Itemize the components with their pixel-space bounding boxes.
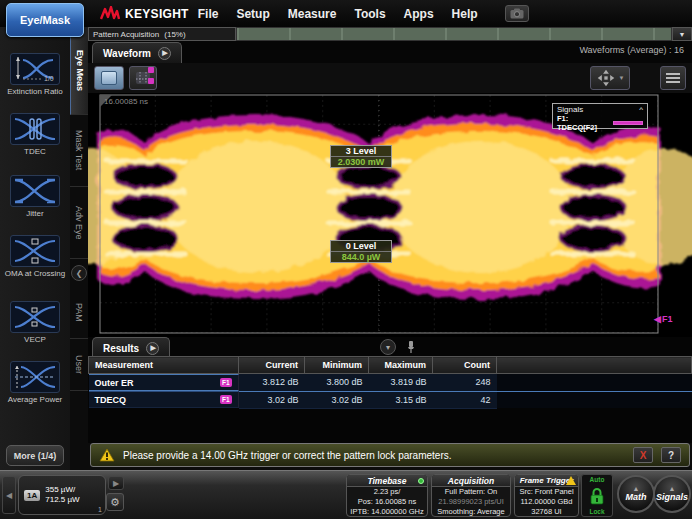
legend-f1-label: F1: TDECQ[F2]	[557, 114, 609, 132]
warning-help-button[interactable]: ?	[661, 447, 681, 463]
sidebar-item-average-power[interactable]: Average Power	[0, 361, 70, 405]
pattern-lock-top-label: Auto	[590, 476, 605, 483]
results-tab-menu-button[interactable]: ▶	[146, 342, 159, 355]
legend-title: Signals	[557, 105, 583, 114]
channel-number: 1	[98, 506, 102, 513]
waveforms-average-count: Waveforms (Average) : 16	[579, 45, 684, 55]
brand: KEYSIGHT	[100, 6, 189, 22]
sidebar-item-tdec[interactable]: TDEC	[0, 113, 70, 157]
warning-message: Please provide a 14.00 GHz trigger or co…	[123, 450, 625, 461]
acquisition-full-pattern: Full Pattern: On	[432, 487, 510, 497]
col-current[interactable]: Current	[239, 357, 305, 374]
sidebar: 1/0 Extinction Ratio TDEC	[0, 27, 88, 470]
menu-setup[interactable]: Setup	[227, 7, 278, 21]
acquisition-panel[interactable]: Acquisition Full Pattern: On 21.98999023…	[431, 474, 511, 517]
results-collapse-button[interactable]: ▾	[380, 339, 396, 355]
gear-icon: ⚙	[110, 496, 120, 509]
main-content: Pattern Acquisition (15%) ▼ Waveform ▶ W…	[88, 27, 692, 470]
jitter-icon	[13, 178, 57, 204]
frame-trigger-warning-icon	[566, 476, 576, 485]
sidebar-item-jitter[interactable]: Jitter	[0, 175, 70, 219]
tab-adv-eye[interactable]: Adv Eye	[70, 187, 88, 259]
play-icon: ▶	[150, 344, 155, 352]
f1-source-badge: F1	[220, 378, 232, 387]
average-power-icon	[13, 364, 57, 390]
signals-button[interactable]: ▲ Signals	[653, 475, 691, 513]
left-arrow-icon: ◀	[6, 491, 12, 500]
channel-power-top: 355 µW/	[45, 485, 79, 495]
svg-text:1/0: 1/0	[44, 75, 54, 82]
play-icon: ▶	[162, 49, 167, 57]
waveform-tab-menu-button[interactable]: ▶	[158, 47, 171, 60]
timebase-panel[interactable]: Timebase 2.23 ps/ Pos: 16.00085 ns IPTB:…	[346, 474, 428, 517]
sidebar-item-oma-at-crossing[interactable]: OMA at Crossing	[0, 235, 70, 279]
warning-bar: Please provide a 14.00 GHz trigger or co…	[90, 443, 690, 467]
waveform-tab-row: Waveform ▶ Waveforms (Average) : 16	[88, 41, 692, 63]
brand-name: KEYSIGHT	[125, 7, 189, 21]
frame-trigger-panel[interactable]: Frame Trigger Src: Front Panel 112.00000…	[514, 474, 579, 517]
warning-dismiss-button[interactable]: X	[633, 447, 653, 463]
sidebar-collapse-button[interactable]: ❮	[71, 265, 87, 281]
pattern-acquisition-progress	[236, 27, 672, 41]
level0-marker[interactable]: 0 Level 844.0 µW	[330, 240, 392, 263]
pin-icon[interactable]	[406, 340, 416, 354]
level3-marker[interactable]: 3 Level 2.0300 mW	[330, 145, 392, 168]
app-window: KEYSIGHT File Setup Measure Tools Apps H…	[0, 0, 692, 519]
timebase-position-readout: 16.00085 ns	[104, 97, 148, 106]
timebase-status-dot	[418, 478, 424, 484]
tab-eye-meas[interactable]: Eye Meas	[70, 27, 88, 115]
channel-1a-panel[interactable]: 1A 355 µW/ 712.5 µW 1	[18, 475, 106, 515]
menu-help[interactable]: Help	[443, 7, 487, 21]
math-button[interactable]: ▲ Math	[617, 475, 655, 513]
more-measurements-button[interactable]: More (1/4)	[6, 445, 64, 466]
results-table: Measurement Current Minimum Maximum Coun…	[88, 356, 692, 409]
channel-settings-button[interactable]: ⚙	[106, 493, 124, 511]
frame-trigger-rate: 112.00000 GBd	[515, 497, 578, 507]
keysight-logo-icon	[100, 6, 120, 22]
f1-channel-marker[interactable]: ◀ F1	[654, 314, 672, 324]
sidebar-item-extinction-ratio[interactable]: 1/0 Extinction Ratio	[0, 53, 70, 97]
channel-scroll-left-button[interactable]: ◀	[2, 476, 16, 514]
chevron-left-icon: ❮	[76, 269, 83, 278]
menu-tools[interactable]: Tools	[345, 7, 394, 21]
sidebar-item-vecp[interactable]: VECP	[0, 301, 70, 345]
channel-scroll-right-button[interactable]: ▶	[108, 476, 124, 490]
pattern-acquisition-bar: Pattern Acquisition (15%) ▼	[88, 27, 692, 41]
acquisition-smoothing: Smoothing: Average	[432, 507, 510, 517]
timebase-position: Pos: 16.00085 ns	[347, 497, 427, 507]
dropdown-icon: ▼	[679, 31, 686, 38]
signals-legend[interactable]: Signals ^ F1: TDECQ[F2]	[552, 103, 648, 129]
frame-trigger-source: Src: Front Panel	[515, 487, 578, 497]
pattern-lock-widget[interactable]: Auto Lock	[581, 474, 613, 517]
f1-color-swatch	[613, 121, 643, 125]
pattern-acquisition-dropdown[interactable]: ▼	[672, 27, 692, 41]
menu-measure[interactable]: Measure	[279, 7, 346, 21]
table-row-tdecq[interactable]: TDECQF1 3.02 dB 3.02 dB 3.15 dB 42	[89, 391, 692, 408]
menu-apps[interactable]: Apps	[395, 7, 443, 21]
tab-mask-test[interactable]: Mask Test	[70, 115, 88, 187]
oma-at-crossing-icon	[13, 238, 57, 264]
screenshot-button[interactable]	[505, 5, 529, 22]
pattern-acquisition-percent: (15%)	[164, 30, 185, 39]
col-measurement[interactable]: Measurement	[89, 357, 239, 374]
menu-file[interactable]: File	[189, 7, 228, 21]
waveform-tab[interactable]: Waveform ▶	[92, 42, 182, 63]
tab-pam[interactable]: PAM	[70, 287, 88, 339]
pattern-acquisition-label: Pattern Acquisition	[93, 30, 159, 39]
right-arrow-icon: ▶	[113, 479, 119, 488]
col-count[interactable]: Count	[433, 357, 497, 374]
vecp-icon	[13, 304, 57, 330]
col-minimum[interactable]: Minimum	[305, 357, 369, 374]
timebase-scale: 2.23 ps/	[347, 487, 427, 497]
extinction-ratio-icon: 1/0	[13, 56, 57, 82]
tab-user[interactable]: User	[70, 339, 88, 391]
sidebar-measurements: 1/0 Extinction Ratio TDEC	[0, 27, 70, 470]
results-tab[interactable]: Results ▶	[92, 337, 170, 358]
collapse-up-icon[interactable]: ^	[639, 105, 643, 114]
waveform-display: ▼	[88, 63, 692, 337]
status-bar: ◀ 1A 355 µW/ 712.5 µW 1 ▶ ⚙ Timebase 2.2…	[0, 470, 692, 519]
table-row-outer-er[interactable]: Outer ERF1 3.812 dB 3.800 dB 3.819 dB 24…	[89, 374, 692, 392]
eye-mask-mode-button[interactable]: Eye/Mask	[6, 3, 84, 37]
left-arrow-icon: ◀	[654, 314, 661, 324]
col-maximum[interactable]: Maximum	[369, 357, 433, 374]
